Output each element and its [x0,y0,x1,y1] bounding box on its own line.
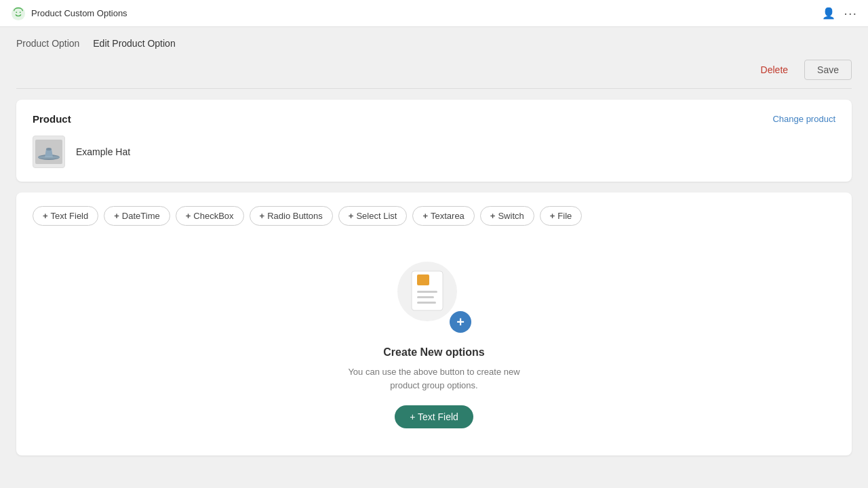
type-btn-file[interactable]: + File [540,206,583,226]
plus-icon: + [490,211,496,221]
svg-rect-12 [417,302,436,304]
options-card: + Text Field+ DateTime+ CheckBox+ Radio … [16,192,852,455]
plus-icon: + [422,211,428,221]
more-options-icon[interactable]: ··· [844,5,857,21]
topbar-right: 👤 ··· [822,5,857,21]
type-btn-checkbox[interactable]: + CheckBox [176,206,244,226]
svg-rect-11 [417,296,434,298]
plus-icon: + [43,211,48,221]
delete-button[interactable]: Delete [753,60,796,79]
empty-state-title: Create New options [383,346,484,359]
product-thumbnail [33,136,65,168]
document-icon [397,261,458,322]
product-item: Example Hat [33,136,835,168]
type-btn-textarea[interactable]: + Textarea [412,206,474,226]
svg-point-0 [12,6,25,20]
toolbar: Delete Save [16,60,852,80]
app-title: Product Custom Options [31,8,127,18]
product-section-title: Product [33,113,71,125]
plus-icon: + [186,211,191,221]
topbar: Product Custom Options 👤 ··· [0,0,868,27]
svg-point-2 [20,12,21,13]
divider [16,88,852,89]
plus-icon: + [550,211,555,221]
type-btn-switch[interactable]: + Switch [480,206,534,226]
type-buttons-row: + Text Field+ DateTime+ CheckBox+ Radio … [33,206,835,226]
plus-icon: + [114,211,119,221]
main-content: Product Option Edit Product Option Delet… [0,27,868,488]
plus-badge-icon: + [450,311,471,333]
type-btn-select-list[interactable]: + Select List [338,206,408,226]
empty-state: + Create New options You can use the abo… [33,247,835,442]
breadcrumb: Product Option Edit Product Option [16,38,852,49]
type-btn-datetime[interactable]: + DateTime [104,206,170,226]
empty-icon-wrapper: + [397,261,471,336]
svg-rect-10 [417,291,437,293]
product-section-header: Product Change product [33,113,835,125]
change-product-link[interactable]: Change product [772,114,835,124]
product-name: Example Hat [76,146,130,157]
empty-state-description: You can use the above button to create n… [339,365,529,392]
create-text-field-button[interactable]: + Text Field [395,405,473,428]
product-image-icon [35,140,62,164]
product-card: Product Change product Example Hat [16,100,852,182]
breadcrumb-current: Edit Product Option [93,38,175,49]
user-icon[interactable]: 👤 [822,7,835,20]
plus-icon: + [260,211,265,221]
save-button[interactable]: Save [804,60,852,80]
type-btn-radio-buttons[interactable]: + Radio Buttons [250,206,333,226]
svg-point-5 [46,148,52,150]
svg-point-1 [16,12,17,13]
topbar-left: Product Custom Options [11,6,127,21]
type-btn-text-field[interactable]: + Text Field [33,206,98,226]
plus-icon: + [349,211,354,221]
app-logo-icon [11,6,26,21]
breadcrumb-parent[interactable]: Product Option [16,38,79,49]
breadcrumb-separator [85,38,87,49]
svg-point-6 [38,156,60,159]
svg-rect-9 [417,274,429,285]
